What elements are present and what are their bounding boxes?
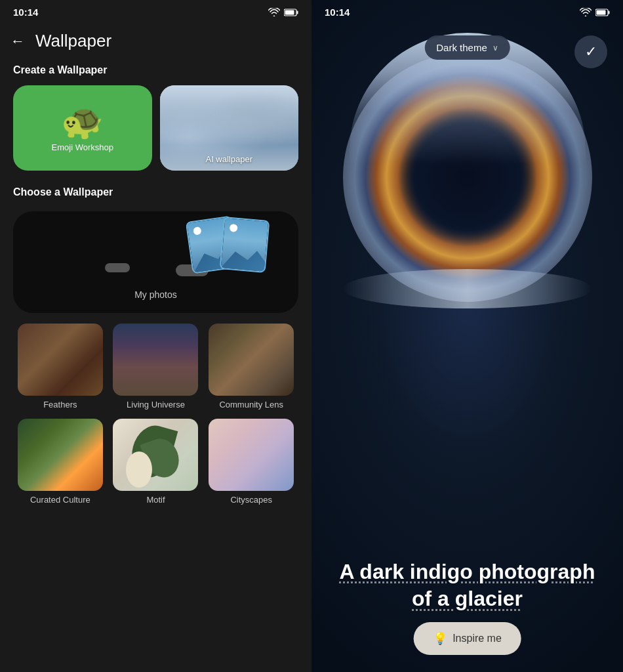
wifi-icon-right bbox=[580, 8, 592, 17]
status-bar-right: 10:14 bbox=[312, 0, 623, 22]
left-panel: 10:14 ← Wallpaper Create a Wallpaper � bbox=[0, 0, 312, 672]
chevron-down-icon: ∨ bbox=[492, 43, 498, 52]
time-left: 10:14 bbox=[13, 7, 38, 18]
bottom-reflection bbox=[343, 269, 592, 308]
emoji-workshop-card[interactable]: 🐢 Emoji Workshop bbox=[13, 85, 152, 171]
inspire-me-label: Inspire me bbox=[452, 633, 502, 644]
community-lens-image bbox=[209, 324, 294, 396]
bulb-icon: 💡 bbox=[433, 631, 447, 646]
photo-mountain-2 bbox=[220, 243, 266, 272]
status-icons-left bbox=[268, 8, 298, 17]
ring-visual bbox=[323, 20, 612, 400]
ai-wallpaper-card[interactable]: AI wallpaper bbox=[160, 85, 299, 171]
svg-rect-2 bbox=[285, 10, 294, 14]
emoji-turtle-icon: 🐢 bbox=[61, 104, 104, 138]
photo-circle-2 bbox=[229, 223, 237, 232]
motif-label: Motif bbox=[146, 495, 165, 505]
thumbnail-cityscapes[interactable]: Cityscapes bbox=[204, 419, 298, 513]
thumbnail-feathers[interactable]: Feathers bbox=[13, 324, 108, 417]
cityscapes-image bbox=[209, 419, 294, 491]
photo-circle-1 bbox=[193, 226, 202, 236]
thumbnail-curated-culture[interactable]: Curated Culture bbox=[13, 419, 108, 513]
svg-rect-5 bbox=[609, 10, 610, 14]
curated-culture-label: Curated Culture bbox=[30, 495, 90, 505]
choose-section: Choose a Wallpaper bbox=[0, 186, 312, 324]
photo-inner-2 bbox=[220, 218, 268, 271]
description-area: A dark indigo photograph of a glacier bbox=[312, 558, 623, 613]
cloud-right-icon bbox=[105, 263, 130, 272]
thumbnails-grid: Feathers Living Universe Community Lens … bbox=[0, 324, 312, 513]
check-mark-icon: ✓ bbox=[585, 43, 597, 60]
thumbnail-living-universe[interactable]: Living Universe bbox=[109, 324, 203, 417]
my-photos-card[interactable]: My photos bbox=[13, 211, 298, 313]
wifi-icon bbox=[268, 8, 280, 17]
curated-culture-image bbox=[18, 419, 103, 491]
living-universe-label: Living Universe bbox=[127, 400, 185, 410]
create-row: 🐢 Emoji Workshop AI wallpaper bbox=[0, 85, 312, 186]
cityscapes-label: Cityscapes bbox=[230, 495, 272, 505]
status-bar-left: 10:14 bbox=[0, 0, 312, 22]
time-right: 10:14 bbox=[325, 7, 350, 18]
back-button[interactable]: ← bbox=[10, 33, 25, 50]
living-universe-image bbox=[113, 324, 198, 396]
thumbnail-community-lens[interactable]: Community Lens bbox=[204, 324, 298, 417]
photo-card-2 bbox=[219, 217, 270, 273]
feathers-label: Feathers bbox=[43, 400, 77, 410]
dark-theme-pill[interactable]: Dark theme ∨ bbox=[424, 35, 510, 60]
header: ← Wallpaper bbox=[0, 22, 312, 64]
ai-wallpaper-label: AI wallpaper bbox=[160, 154, 299, 164]
dark-theme-label: Dark theme bbox=[436, 42, 487, 53]
page-title: Wallpaper bbox=[35, 31, 111, 51]
my-photos-label: My photos bbox=[134, 289, 177, 306]
create-section-label: Create a Wallpaper bbox=[0, 64, 312, 85]
status-icons-right bbox=[580, 8, 610, 17]
svg-rect-6 bbox=[597, 10, 606, 14]
check-button[interactable]: ✓ bbox=[574, 35, 607, 68]
right-panel: 10:14 Dark theme ∨ ✓ A dark indigo photo… bbox=[312, 0, 623, 672]
motif-flower bbox=[126, 452, 152, 488]
inspire-me-button[interactable]: 💡 Inspire me bbox=[413, 622, 521, 655]
feathers-image bbox=[18, 324, 103, 396]
motif-image bbox=[113, 419, 198, 491]
battery-icon-right bbox=[595, 9, 610, 16]
thumbnail-motif[interactable]: Motif bbox=[109, 419, 203, 513]
svg-rect-1 bbox=[297, 10, 298, 14]
community-lens-label: Community Lens bbox=[219, 400, 283, 410]
choose-section-label: Choose a Wallpaper bbox=[13, 186, 298, 205]
emoji-workshop-label: Emoji Workshop bbox=[52, 142, 113, 152]
description-text: A dark indigo photograph of a glacier bbox=[338, 558, 597, 613]
battery-icon bbox=[284, 9, 298, 16]
